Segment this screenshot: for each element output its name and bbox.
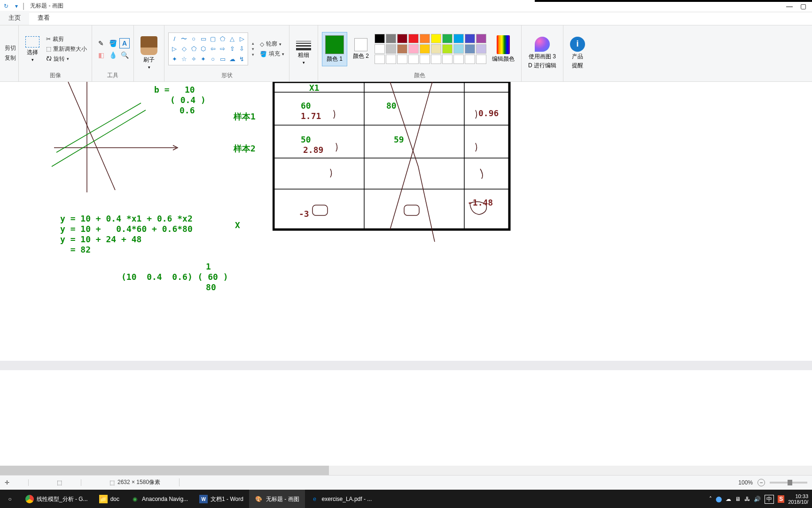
rainbow-icon [497,35,510,54]
taskbar-cortana[interactable]: ○ [0,490,20,508]
tips-button[interactable]: i 产品 提醒 [567,35,588,71]
sketch-axes [47,82,183,199]
maximize-button[interactable]: ▢ [800,2,806,10]
ribbon: 剪切 复制 选择▾ ✂裁剪 ⬚重新调整大小 🗘旋转▾ 图像 ✎ 🪣 A ◧ [0,25,812,82]
picker-tool[interactable]: 💧 [108,50,118,60]
color2-button[interactable]: 颜色 2 [350,36,372,62]
table-header-x1: X1 [309,83,320,93]
stroke-button[interactable]: 粗细▾ [293,39,314,67]
status-selection: ⬚ [57,479,81,486]
window-controls: — ▢ [786,2,810,10]
separator: | [23,2,24,10]
rotate-button[interactable]: 🗘旋转▾ [45,55,88,64]
canvas-area[interactable]: b = 10 ( 0.4 ) 0.6 样本1 样本2 X y = 10 + 0.… [0,82,812,484]
info-icon: i [570,37,585,52]
group-tools: ✎ 🪣 A ◧ 💧 🔍 工具 [92,25,134,81]
redo-icon[interactable]: ↻ [2,2,10,10]
quick-access-toolbar: ↻ ▾ [2,2,21,10]
eraser-tool[interactable]: ◧ [96,50,106,60]
text-sample2: 样本2 [234,143,256,154]
status-dimensions: ⬚2632 × 1580像素 [109,478,180,486]
tray-icon[interactable]: ⬤ [716,496,722,502]
zoom-out-button[interactable]: − [757,479,765,486]
shapes-expand[interactable]: ▾ [252,52,254,57]
tray-network-icon[interactable]: 🖧 [744,496,750,502]
tray-chevron-icon[interactable]: ˄ [709,496,712,502]
zoom-slider[interactable] [770,482,807,484]
brush-button[interactable]: 刷子▾ [138,34,160,71]
statusbar: ✛ ⬚ ⬚2632 × 1580像素 100% − [0,475,812,489]
tray-clock[interactable]: 10:33 2018/10/ [788,493,808,505]
group-colors: 颜色 1 颜色 2 编辑颜色 颜色 [318,25,522,81]
color1-swatch [325,35,344,54]
system-tray: ˄ ⬤ ☁ 🖥 🖧 🔊 中 S 10:33 2018/10/ [709,493,812,505]
text-tool[interactable]: A [119,38,130,48]
tray-ime[interactable]: 中 [765,495,774,504]
text-b: b = 10 [154,85,195,95]
text-eq1: y = 10 + 0.4 *x1 + 0.6 *x2 [60,214,193,223]
canvas-margin [0,361,812,370]
taskbar: ○ 线性模型_分析 - G... 📁doc ◉Anaconda Navig...… [0,490,812,508]
scrollbar-thumb[interactable] [0,466,329,475]
table-r1c3: 0.96 [478,108,499,118]
table-r1c1: 60 [301,101,311,111]
fill-tool[interactable]: 🪣 [108,38,118,48]
pencil-tool[interactable]: ✎ [96,38,106,48]
text-eq3: y = 10 + 24 + 48 [60,234,141,244]
color1-button[interactable]: 颜色 1 [322,32,347,66]
outline-button[interactable]: ◇轮廓▾ [259,40,285,48]
table-r2c2: 59 [394,135,404,144]
crop-button[interactable]: ✂裁剪 [45,35,88,44]
tools-grid: ✎ 🪣 A ◧ 💧 🔍 [96,38,130,60]
shapes-scroll-down[interactable]: ▾ [252,47,254,51]
tray-icon[interactable]: ☁ [726,496,731,502]
taskbar-anaconda[interactable]: ◉Anaconda Navig... [125,490,194,508]
cut-button[interactable]: 剪切 [4,44,17,53]
window-title: 无标题 - 画图 [30,2,63,10]
group-tips: i 产品 提醒 [563,25,592,81]
taskbar-paint[interactable]: 🎨无标题 - 画图 [249,490,305,508]
table-r4c1: -3 [299,209,309,219]
tray-icon[interactable]: S [778,495,784,503]
zoom-tool[interactable]: 🔍 [119,50,130,60]
tab-view[interactable]: 查看 [29,11,58,25]
tray-volume-icon[interactable]: 🔊 [754,496,761,502]
shapes-scroll-up[interactable]: ▴ [252,41,254,46]
svg-rect-12 [312,205,328,215]
table-r1c2: 80 [386,101,397,111]
text-X: X [235,220,240,230]
table-r2v: 2.89 [303,145,323,155]
group-label [4,79,15,80]
shapes-gallery[interactable]: /〜○▭▢⬠△▷ ▷◇⬠⬡⇦⇨⇧⇩ ✦☆✧✦○▭☁↯ [168,32,248,65]
color2-swatch [354,38,367,51]
group-clipboard: 剪切 复制 [0,25,19,81]
color-palette[interactable] [375,34,486,64]
text-mat2: (10 0.4 0.6) ( 60 ) [121,272,228,282]
shapes-group-label: 形状 [168,71,285,80]
text-mat1: 1 [145,262,211,271]
taskbar-word[interactable]: W文档1 - Word [194,490,249,508]
taskbar-chrome[interactable]: 线性模型_分析 - G... [20,490,94,508]
text-mat3: 80 [145,282,216,292]
fill-option-button[interactable]: 🪣填充▾ [259,49,285,58]
select-button[interactable]: 选择▾ [23,34,42,64]
tray-icon[interactable]: 🖥 [735,496,741,502]
select-icon [25,36,39,48]
paint3d-button[interactable]: 使用画图 3 D 进行编辑 [525,35,559,71]
table-r4c3: -1.48 [468,198,493,207]
horizontal-scrollbar[interactable] [0,466,812,475]
copy-button[interactable]: 复制 [4,54,17,63]
resize-button[interactable]: ⬚重新调整大小 [45,45,88,54]
tab-home[interactable]: 主页 [0,11,29,25]
dark-strip [535,0,812,2]
paint3d-icon [535,37,550,52]
taskbar-edge[interactable]: eexercise_LA.pdf - ... [305,490,378,508]
text-sample1: 样本1 [234,111,256,122]
minimize-button[interactable]: — [786,2,793,10]
svg-line-4 [56,103,141,152]
qat-dropdown[interactable]: ▾ [12,2,21,10]
edit-colors-button[interactable]: 编辑颜色 [489,33,517,65]
taskbar-explorer[interactable]: 📁doc [94,490,125,508]
table-r1v: 1.71 [301,111,321,121]
canvas[interactable]: b = 10 ( 0.4 ) 0.6 样本1 样本2 X y = 10 + 0.… [0,82,812,484]
